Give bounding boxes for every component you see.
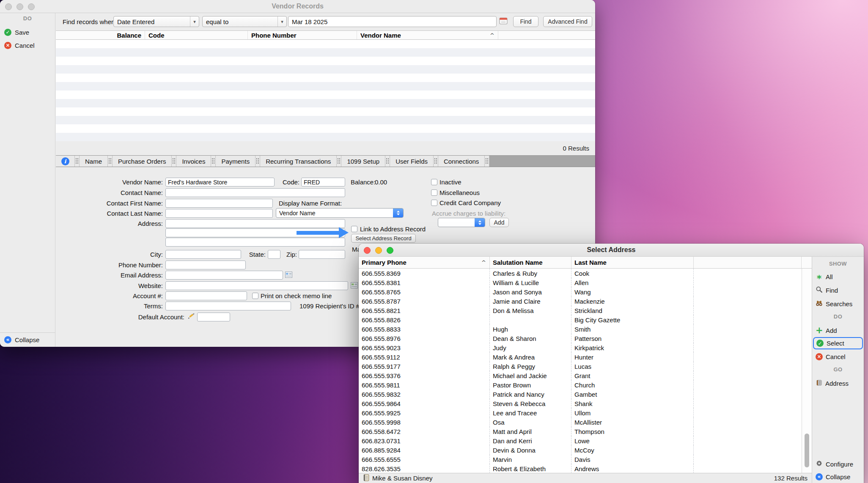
vendor-name-input[interactable] — [165, 178, 275, 187]
vendor-result-row[interactable] — [56, 57, 595, 65]
address-row[interactable]: 606.555.9811Pastor BrownChurch — [359, 380, 802, 390]
address-row[interactable]: 606.555.9112Mark & AndreaHunter — [359, 352, 802, 362]
advanced-find-button[interactable]: Advanced Find — [543, 16, 592, 27]
city-input[interactable] — [165, 250, 241, 259]
scrollbar-track[interactable] — [802, 269, 812, 473]
contact-first-name-input[interactable] — [165, 199, 273, 208]
add-button[interactable]: + Add — [816, 325, 837, 335]
show-all-button[interactable]: * All — [816, 272, 833, 282]
cancel-button[interactable]: × Cancel — [816, 351, 846, 362]
find-field-dropdown[interactable]: Date Entered ▾ — [113, 16, 199, 27]
inactive-checkbox[interactable] — [431, 179, 437, 185]
add-liability-button[interactable]: Add — [489, 218, 509, 227]
address-row[interactable]: 606.555.8369Charles & RubyCook — [359, 269, 802, 278]
select-button[interactable]: ✓ Select — [813, 337, 863, 349]
tab-drag-handle[interactable] — [255, 156, 260, 167]
tab-recurring-transactions[interactable]: Recurring Transactions — [260, 156, 336, 167]
save-button[interactable]: ✓ Save — [4, 27, 29, 37]
zip-input[interactable] — [299, 250, 345, 259]
address-row[interactable]: 606.555.8833HughSmith — [359, 324, 802, 334]
address-row[interactable]: 606.555.8826Big City Gazette — [359, 315, 802, 324]
column-header-balance[interactable]: Balance — [56, 31, 145, 39]
address-row[interactable]: 606.555.8381William & LucilleAllen — [359, 278, 802, 287]
address-row[interactable]: 606.555.9376Michael and JackieGrant — [359, 371, 802, 380]
find-button[interactable]: Find — [513, 16, 538, 27]
tab-drag-handle[interactable] — [171, 156, 176, 167]
vendor-result-row[interactable] — [56, 74, 595, 82]
miscellaneous-checkbox[interactable] — [431, 189, 437, 196]
address-row[interactable]: 606.555.9177Ralph & PeggyLucas — [359, 362, 802, 371]
tab-name[interactable]: Name — [80, 156, 107, 167]
vendor-result-row[interactable] — [56, 99, 595, 107]
accrue-liability-dropdown[interactable] — [438, 218, 485, 227]
address-line3-input[interactable] — [165, 238, 345, 247]
tab-user-fields[interactable]: User Fields — [390, 156, 433, 167]
display-name-format-dropdown[interactable]: Vendor Name — [276, 208, 404, 218]
address-row[interactable]: 606.555.9925Lee and TraceeUllom — [359, 408, 802, 417]
address-row[interactable]: 606.555.9998OsaMcAllister — [359, 417, 802, 427]
code-input[interactable] — [301, 178, 345, 187]
minimize-window-button[interactable] — [16, 3, 23, 10]
vendor-result-row[interactable] — [56, 82, 595, 91]
tab-invoices[interactable]: Invoices — [176, 156, 211, 167]
zoom-window-button[interactable] — [28, 3, 35, 10]
address-row[interactable]: 606.555.8976Dean & SharonPatterson — [359, 334, 802, 343]
info-tab[interactable]: i — [56, 156, 74, 167]
tab-1099-setup[interactable]: 1099 Setup — [341, 156, 385, 167]
vendor-result-row[interactable] — [56, 40, 595, 48]
tab-drag-handle[interactable] — [211, 156, 216, 167]
address-row[interactable]: 606.823.0731Dan and KerriLowe — [359, 436, 802, 445]
address-line1-input[interactable] — [165, 219, 345, 228]
vendor-result-row[interactable] — [56, 107, 595, 116]
cancel-button[interactable]: × Cancel — [4, 41, 35, 50]
address-row[interactable]: 606.555.9832Patrick and NancyGambet — [359, 390, 802, 399]
brush-icon[interactable] — [187, 312, 195, 321]
address-row[interactable]: 606.885.9284Devin & DonnaMcCoy — [359, 445, 802, 455]
default-account-input[interactable] — [197, 313, 230, 321]
searches-button[interactable]: Searches — [816, 299, 852, 309]
calendar-icon[interactable] — [499, 17, 508, 26]
email-address-input[interactable] — [165, 271, 283, 280]
address-button[interactable]: Address — [816, 378, 849, 388]
zoom-window-button[interactable] — [387, 247, 393, 254]
find-operator-dropdown[interactable]: equal to ▾ — [202, 16, 287, 27]
address-row[interactable]: 606.555.8765Jason and SonyaWang — [359, 287, 802, 296]
contact-last-name-input[interactable] — [165, 209, 273, 218]
select-titlebar[interactable]: Select Address — [359, 244, 864, 257]
column-header-salutation-name[interactable]: Salutation Name — [490, 257, 571, 268]
tab-drag-handle[interactable] — [484, 156, 489, 167]
terms-input[interactable] — [165, 302, 291, 310]
find-button[interactable]: Find — [816, 285, 838, 295]
tab-drag-handle[interactable] — [385, 156, 390, 167]
link-to-address-checkbox[interactable] — [351, 226, 357, 232]
website-input[interactable] — [165, 281, 348, 290]
vendor-result-row[interactable] — [56, 116, 595, 124]
address-row[interactable]: 606.555.9864Steven & RebeccaShank — [359, 399, 802, 408]
vendor-titlebar[interactable]: Vendor Records — [0, 0, 595, 13]
tab-connections[interactable]: Connections — [438, 156, 484, 167]
email-card-icon[interactable] — [285, 272, 292, 280]
column-header-primary-phone[interactable]: Primary Phone ^ — [359, 257, 490, 268]
address-row[interactable]: 606.555.8821Don & MelissaStrickland — [359, 306, 802, 315]
tab-drag-handle[interactable] — [74, 156, 80, 167]
vendor-result-row[interactable] — [56, 91, 595, 99]
address-row[interactable]: 666.555.6555MarvinDavis — [359, 455, 802, 464]
collapse-button[interactable]: « Collapse — [4, 335, 39, 344]
vendor-result-row[interactable] — [56, 65, 595, 74]
vendor-result-row[interactable] — [56, 133, 595, 141]
tab-purchase-orders[interactable]: Purchase Orders — [113, 156, 171, 167]
column-header-phone-number[interactable]: Phone Number — [248, 31, 357, 39]
account-number-input[interactable] — [165, 291, 247, 300]
column-header-last-name[interactable]: Last Name — [571, 257, 694, 268]
contact-name-input[interactable] — [165, 188, 345, 197]
address-row[interactable]: 606.555.9023JudyKirkpatrick — [359, 343, 802, 352]
scrollbar-thumb[interactable] — [805, 434, 809, 467]
configure-button[interactable]: Configure — [816, 459, 853, 469]
phone-number-input[interactable] — [165, 261, 246, 269]
tab-payments[interactable]: Payments — [216, 156, 255, 167]
vendor-result-row[interactable] — [56, 124, 595, 133]
collapse-button[interactable]: « Collapse — [816, 472, 850, 482]
tab-drag-handle[interactable] — [107, 156, 113, 167]
print-on-check-checkbox[interactable] — [252, 293, 258, 299]
close-window-button[interactable] — [364, 247, 371, 254]
